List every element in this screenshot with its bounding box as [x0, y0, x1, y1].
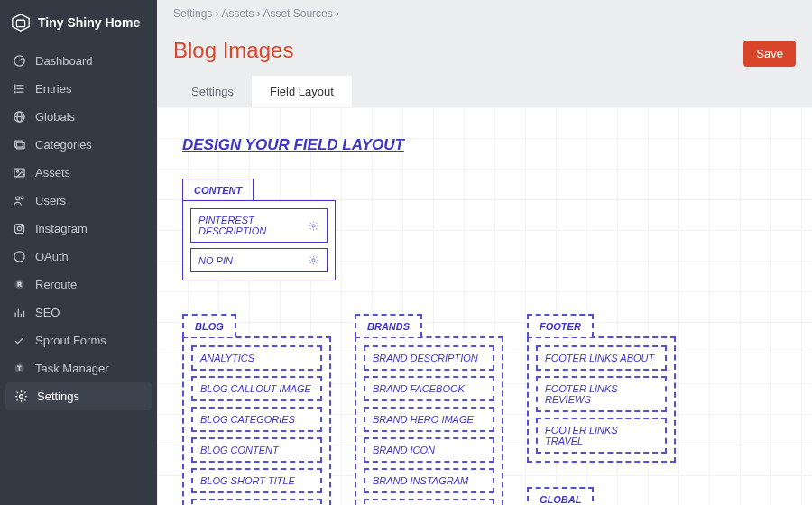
nav-dashboard[interactable]: Dashboard — [0, 47, 157, 75]
field-footer-links-travel[interactable]: FOOTER LINKS TRAVEL — [536, 418, 667, 454]
field-layout-designer: DESIGN YOUR FIELD LAYOUT CONTENT PINTERE… — [157, 107, 812, 505]
nav-settings[interactable]: Settings — [5, 382, 152, 410]
group-body: BRAND DESCRIPTION BRAND FACEBOOK BRAND H… — [355, 336, 503, 505]
nav-label: Entries — [35, 82, 71, 96]
save-button[interactable]: Save — [743, 41, 796, 67]
field-brand-icon[interactable]: BRAND ICON — [364, 437, 494, 463]
field-label: BRAND ICON — [373, 445, 435, 455]
nav-label: Dashboard — [35, 54, 93, 68]
nav-task-manager[interactable]: TTask Manager — [0, 354, 157, 382]
assigned-group-content[interactable]: CONTENT PINTEREST DESCRIPTION NO PIN — [182, 178, 336, 280]
nav-entries[interactable]: Entries — [0, 75, 157, 103]
field-blog-categories[interactable]: BLOG CATEGORIES — [191, 407, 322, 432]
instagram-icon — [13, 222, 26, 235]
nav-label: Instagram — [35, 222, 88, 235]
nav-label: Users — [35, 194, 66, 207]
group-tab-brands[interactable]: BRANDS — [355, 314, 422, 337]
group-tab-blog[interactable]: BLOG — [182, 314, 236, 337]
nav-globals[interactable]: Globals — [0, 103, 157, 131]
field-blog-content[interactable]: BLOG CONTENT — [191, 437, 322, 463]
field-label: NO PIN — [198, 255, 233, 266]
globe-icon — [13, 110, 26, 124]
field-label: BRAND INSTAGRAM — [373, 475, 468, 486]
page-header: Blog Images Save — [157, 27, 812, 76]
tab-settings[interactable]: Settings — [173, 76, 252, 107]
shield-icon — [13, 250, 26, 263]
nav-label: SEO — [35, 306, 60, 319]
svg-point-21 — [14, 252, 24, 262]
field-brand-instagram[interactable]: BRAND INSTAGRAM — [364, 468, 494, 493]
crumb-assets[interactable]: Assets — [221, 7, 254, 20]
svg-rect-1 — [16, 20, 24, 26]
tab-field-layout[interactable]: Field Layout — [252, 76, 352, 107]
field-label: FOOTER LINKS ABOUT — [545, 353, 654, 363]
crumb-asset-sources[interactable]: Asset Sources — [263, 7, 332, 20]
nav-users[interactable]: Users — [0, 187, 157, 215]
sidebar: Tiny Shiny Home Dashboard Entries Global… — [0, 0, 157, 505]
field-brand-description[interactable]: BRAND DESCRIPTION — [364, 345, 494, 371]
group-body: ANALYTICS BLOG CALLOUT IMAGE BLOG CATEGO… — [182, 336, 331, 505]
users-icon — [13, 194, 26, 207]
nav-seo[interactable]: SEO — [0, 298, 157, 326]
svg-point-17 — [21, 197, 23, 199]
field-label: BLOG CALLOUT IMAGE — [200, 383, 311, 394]
field-blog-short-title[interactable]: BLOG SHORT TITLE — [191, 468, 322, 493]
field-footer-links-about[interactable]: FOOTER LINKS ABOUT — [536, 345, 667, 371]
brand[interactable]: Tiny Shiny Home — [0, 0, 157, 47]
crumb-settings[interactable]: Settings — [173, 7, 212, 20]
gear-icon — [14, 390, 28, 403]
field-footer-links-reviews[interactable]: FOOTER LINKS REVIEWS — [536, 376, 667, 412]
field-label: FOOTER LINKS REVIEWS — [545, 383, 658, 405]
nav-label: Sprout Forms — [35, 334, 106, 347]
available-group-blog: BLOG ANALYTICS BLOG CALLOUT IMAGE BLOG C… — [182, 313, 331, 505]
group-tab-footer[interactable]: FOOTER — [527, 314, 594, 337]
list-icon — [13, 82, 26, 96]
nav-label: Categories — [35, 138, 92, 152]
field-analytics[interactable]: ANALYTICS — [191, 345, 322, 371]
field-blog-callout-image[interactable]: BLOG CALLOUT IMAGE — [191, 376, 322, 401]
page-title: Blog Images — [173, 31, 293, 76]
field-label: PINTEREST DESCRIPTION — [198, 215, 308, 236]
group-tab-content[interactable]: CONTENT — [182, 179, 254, 201]
field-pinterest-description[interactable]: PINTEREST DESCRIPTION — [190, 208, 328, 243]
group-tab-global[interactable]: GLOBAL — [527, 487, 594, 505]
nav-oauth[interactable]: OAuth — [0, 243, 157, 271]
nav-categories[interactable]: Categories — [0, 131, 157, 159]
gear-icon[interactable] — [308, 254, 319, 266]
field-label: BLOG SHORT TITLE — [200, 475, 295, 486]
nav-assets[interactable]: Assets — [0, 159, 157, 187]
breadcrumb: Settings › Assets › Asset Sources › — [157, 0, 812, 27]
field-label: BLOG CONTENT — [200, 445, 279, 455]
available-group-footer: FOOTER FOOTER LINKS ABOUT FOOTER LINKS R… — [527, 313, 676, 463]
svg-point-15 — [17, 170, 19, 172]
nav-label: Globals — [35, 110, 75, 124]
svg-point-8 — [14, 92, 15, 93]
svg-point-16 — [16, 197, 20, 200]
field-label: BRAND DESCRIPTION — [373, 353, 478, 363]
nav-label: Reroute — [35, 278, 77, 291]
nav-reroute[interactable]: RReroute — [0, 271, 157, 298]
field-featured-image[interactable]: FEATURED IMAGE — [191, 499, 322, 505]
nav-sprout-forms[interactable]: Sprout Forms — [0, 326, 157, 354]
reroute-icon: R — [13, 278, 26, 291]
available-group-stack: FOOTER FOOTER LINKS ABOUT FOOTER LINKS R… — [527, 313, 676, 505]
nav-instagram[interactable]: Instagram — [0, 215, 157, 243]
field-brand-logo[interactable]: BRAND LOGO — [364, 499, 494, 505]
gear-icon[interactable] — [308, 220, 319, 232]
field-no-pin[interactable]: NO PIN — [190, 248, 328, 272]
nav-label: Settings — [37, 390, 79, 403]
field-brand-hero-image[interactable]: BRAND HERO IMAGE — [364, 407, 494, 432]
field-label: FOOTER LINKS TRAVEL — [545, 425, 658, 446]
field-brand-facebook[interactable]: BRAND FACEBOOK — [364, 376, 494, 401]
task-icon: T — [13, 362, 26, 375]
svg-point-30 — [20, 395, 23, 399]
field-label: ANALYTICS — [200, 353, 254, 363]
sidebar-nav: Dashboard Entries Globals Categories Ass… — [0, 47, 157, 410]
check-icon — [13, 334, 26, 347]
field-label: BRAND HERO IMAGE — [373, 414, 474, 425]
available-field-groups: BLOG ANALYTICS BLOG CALLOUT IMAGE BLOG C… — [182, 313, 787, 505]
svg-text:R: R — [17, 281, 21, 287]
svg-point-6 — [14, 85, 15, 86]
nav-label: Assets — [35, 166, 70, 179]
group-body: FOOTER LINKS ABOUT FOOTER LINKS REVIEWS … — [527, 336, 676, 463]
